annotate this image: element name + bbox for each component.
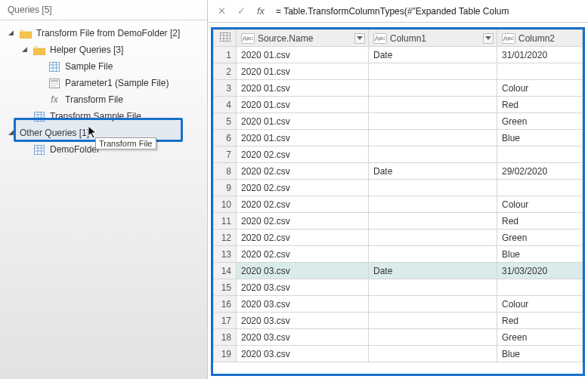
cell-source-name[interactable]: 2020 03.csv — [237, 346, 369, 362]
tree-item-sample-file[interactable]: Sample File — [0, 58, 207, 75]
cell-column1[interactable] — [369, 246, 497, 263]
tree-folder-helper-queries[interactable]: ◢ Helper Queries [3] — [0, 42, 207, 58]
row-number[interactable]: 13 — [214, 246, 237, 263]
cell-source-name[interactable]: 2020 03.csv — [237, 329, 369, 346]
cell-column2[interactable]: Blue — [497, 346, 583, 362]
collapse-icon[interactable]: ◢ — [6, 28, 15, 37]
cell-column1[interactable] — [369, 180, 497, 196]
collapse-icon[interactable]: ◢ — [6, 128, 15, 137]
row-number[interactable]: 17 — [214, 313, 237, 329]
cell-column1[interactable] — [369, 313, 497, 329]
row-number[interactable]: 2 — [214, 63, 237, 80]
cell-column2[interactable]: Red — [497, 97, 583, 113]
cancel-formula-button[interactable]: ✕ — [212, 2, 231, 20]
cell-source-name[interactable]: 2020 03.csv — [237, 313, 369, 329]
row-number[interactable]: 16 — [214, 296, 237, 313]
column-filter-button[interactable] — [483, 33, 494, 44]
cell-column1[interactable] — [369, 113, 497, 130]
cell-column2[interactable]: 29/02/2020 — [497, 163, 583, 180]
data-grid[interactable]: ABC Source.Name ABC Column1 — [213, 29, 583, 362]
cell-column2[interactable]: Red — [497, 313, 583, 329]
row-number[interactable]: 5 — [214, 113, 237, 130]
row-number[interactable]: 9 — [214, 180, 237, 196]
table-row[interactable]: 52020 01.csvGreen — [214, 113, 583, 130]
table-row[interactable]: 172020 03.csvRed — [214, 313, 583, 329]
column-header-column2[interactable]: ABC Column2 — [497, 30, 583, 47]
cell-column1[interactable]: Date — [369, 47, 497, 63]
table-row[interactable]: 72020 02.csv — [214, 146, 583, 163]
table-row[interactable]: 142020 03.csvDate31/03/2020 — [214, 263, 583, 279]
cell-column2[interactable]: Blue — [497, 246, 583, 263]
row-number[interactable]: 11 — [214, 213, 237, 230]
text-type-icon[interactable]: ABC — [502, 33, 515, 44]
cell-column2[interactable] — [497, 180, 583, 196]
table-row[interactable]: 92020 02.csv — [214, 180, 583, 196]
cell-column2[interactable]: Green — [497, 230, 583, 246]
cell-column1[interactable] — [369, 130, 497, 146]
row-number[interactable]: 1 — [214, 47, 237, 63]
cell-source-name[interactable]: 2020 01.csv — [237, 80, 369, 97]
table-row[interactable]: 112020 02.csvRed — [214, 213, 583, 230]
cell-source-name[interactable]: 2020 01.csv — [237, 130, 369, 146]
cell-column1[interactable] — [369, 196, 497, 213]
cell-source-name[interactable]: 2020 02.csv — [237, 230, 369, 246]
cell-column2[interactable]: Green — [497, 113, 583, 130]
cell-source-name[interactable]: 2020 01.csv — [237, 47, 369, 63]
column-header-column1[interactable]: ABC Column1 — [369, 30, 497, 47]
tree-folder-transform-from-demo[interactable]: ◢ Transform File from DemoFolder [2] — [0, 25, 207, 42]
row-number[interactable]: 4 — [214, 97, 237, 113]
table-row[interactable]: 192020 03.csvBlue — [214, 346, 583, 362]
table-row[interactable]: 32020 01.csvColour — [214, 80, 583, 97]
row-number[interactable]: 10 — [214, 196, 237, 213]
cell-source-name[interactable]: 2020 03.csv — [237, 279, 369, 296]
row-number[interactable]: 7 — [214, 146, 237, 163]
table-row[interactable]: 152020 03.csv — [214, 279, 583, 296]
row-number[interactable]: 14 — [214, 263, 237, 279]
tree-folder-other-queries[interactable]: ◢ Other Queries [1] — [0, 125, 207, 141]
cell-column1[interactable] — [369, 146, 497, 163]
cell-source-name[interactable]: 2020 02.csv — [237, 146, 369, 163]
column-filter-button[interactable] — [354, 33, 365, 44]
table-row[interactable]: 162020 03.csvColour — [214, 296, 583, 313]
tree-item-transform-file-fn[interactable]: fx Transform File — [0, 91, 207, 108]
row-number[interactable]: 8 — [214, 163, 237, 180]
table-row[interactable]: 42020 01.csvRed — [214, 97, 583, 113]
cell-column1[interactable] — [369, 97, 497, 113]
cell-column1[interactable] — [369, 346, 497, 362]
table-row[interactable]: 122020 02.csvGreen — [214, 230, 583, 246]
cell-column1[interactable] — [369, 213, 497, 230]
cell-source-name[interactable]: 2020 01.csv — [237, 97, 369, 113]
cell-column1[interactable] — [369, 329, 497, 346]
cell-source-name[interactable]: 2020 02.csv — [237, 163, 369, 180]
table-row[interactable]: 12020 01.csvDate31/01/2020 — [214, 47, 583, 63]
cell-column1[interactable]: Date — [369, 163, 497, 180]
row-number[interactable]: 6 — [214, 130, 237, 146]
table-row[interactable]: 62020 01.csvBlue — [214, 130, 583, 146]
cell-column2[interactable]: Colour — [497, 196, 583, 213]
cell-column1[interactable] — [369, 63, 497, 80]
cell-column2[interactable]: Red — [497, 213, 583, 230]
cell-column2[interactable]: Colour — [497, 80, 583, 97]
cell-column2[interactable]: Blue — [497, 130, 583, 146]
cell-column2[interactable]: 31/03/2020 — [497, 263, 583, 279]
text-type-icon[interactable]: ABC — [241, 33, 255, 44]
row-number[interactable]: 3 — [214, 80, 237, 97]
cell-source-name[interactable]: 2020 03.csv — [237, 296, 369, 313]
tree-item-demofolder[interactable]: DemoFolder — [0, 141, 207, 158]
table-row[interactable]: 22020 01.csv — [214, 63, 583, 80]
cell-column2[interactable] — [497, 146, 583, 163]
table-row[interactable]: 132020 02.csvBlue — [214, 246, 583, 263]
cell-source-name[interactable]: 2020 02.csv — [237, 213, 369, 230]
cell-column2[interactable] — [497, 63, 583, 80]
table-row[interactable]: 82020 02.csvDate29/02/2020 — [214, 163, 583, 180]
table-row[interactable]: 182020 03.csvGreen — [214, 329, 583, 346]
cell-column1[interactable] — [369, 80, 497, 97]
collapse-icon[interactable]: ◢ — [20, 45, 29, 54]
cell-source-name[interactable]: 2020 02.csv — [237, 196, 369, 213]
cell-column2[interactable]: Colour — [497, 296, 583, 313]
cell-column1[interactable]: Date — [369, 263, 497, 279]
cell-column2[interactable] — [497, 279, 583, 296]
cell-source-name[interactable]: 2020 02.csv — [237, 180, 369, 196]
cell-column1[interactable] — [369, 296, 497, 313]
cell-source-name[interactable]: 2020 01.csv — [237, 63, 369, 80]
